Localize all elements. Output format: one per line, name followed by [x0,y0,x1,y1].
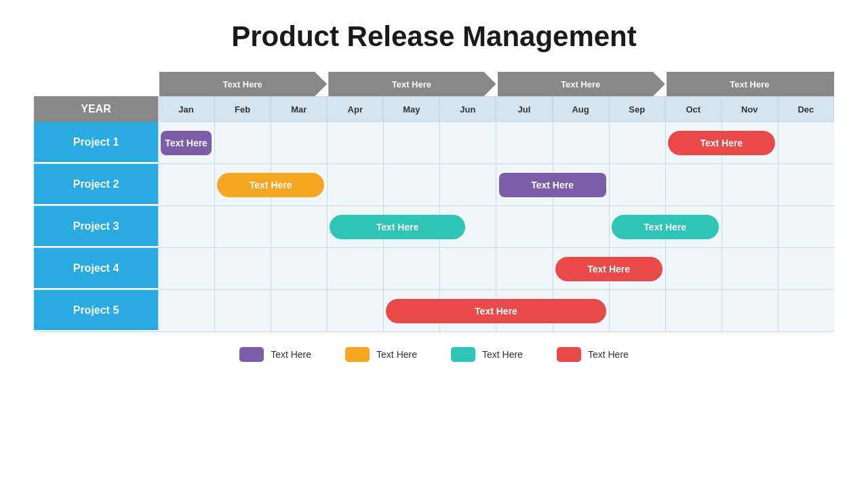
month-nov: Nov [722,96,778,122]
month-jul: Jul [496,96,552,122]
legend-item-purple: Text Here [239,347,311,362]
month-aug: Aug [553,96,609,122]
month-sep: Sep [609,96,665,122]
project-label-2: Project 2 [34,164,158,205]
gantt-bar: Text Here [217,173,324,197]
gantt-container: Text Here Text Here Text Here Text Here … [34,72,834,332]
legend-label-red: Text Here [588,349,629,360]
phase-row: Text Here Text Here Text Here Text Here [158,72,834,96]
legend-item-orange: Text Here [345,347,417,362]
grid-area-3: Text HereText Here [158,206,834,247]
legend-label-purple: Text Here [271,349,311,360]
gantt-bar: Text Here [386,299,606,323]
legend-swatch-purple [239,347,264,362]
gantt-bar: Text Here [612,215,719,239]
phase-cell-4: Text Here [665,72,834,96]
grid-area-5: Text Here [158,290,834,331]
table-row: Project 5 Text Here [34,290,834,332]
project-label-5: Project 5 [34,290,158,331]
month-apr: Apr [327,96,383,122]
table-row: Project 1 Text HereText Here [34,122,834,164]
project-label-1: Project 1 [34,122,158,163]
legend-swatch-red [557,347,581,362]
phase-cell-2: Text Here [327,72,496,96]
month-dec: Dec [778,96,834,122]
legend: Text Here Text Here Text Here Text Here [239,347,629,362]
table-row: Project 4 Text Here [34,248,834,290]
gantt-bar: Text Here [668,131,775,155]
gantt-bar: Text Here [499,173,606,197]
table-row: Project 2 Text HereText Here [34,164,834,206]
legend-swatch-orange [345,347,370,362]
month-jan: Jan [158,96,214,122]
gantt-bar: Text Here [555,257,663,281]
project-label-3: Project 3 [34,206,158,247]
gantt-bar: Text Here [330,215,465,239]
legend-label-orange: Text Here [376,349,417,360]
phase-cell-1: Text Here [158,72,327,96]
year-cell: YEAR [34,96,158,122]
month-mar: Mar [271,96,327,122]
legend-item-red: Text Here [557,347,629,362]
grid-area-2: Text HereText Here [158,164,834,205]
table-row: Project 3 Text HereText Here [34,206,834,248]
month-row: YEAR Jan Feb Mar Apr May Jun Jul Aug Sep… [34,96,834,122]
month-may: May [383,96,439,122]
gantt-bar: Text Here [161,131,212,155]
legend-swatch-teal [451,347,475,362]
legend-label-teal: Text Here [482,349,523,360]
grid-area-4: Text Here [158,248,834,289]
page-wrapper: Product Release Management Text Here Tex… [0,0,868,488]
gantt-body: Project 1 Text HereText Here Project 2 T… [34,122,834,332]
month-feb: Feb [214,96,271,122]
page-title: Product Release Management [231,20,637,53]
phase-cell-3: Text Here [496,72,665,96]
month-jun: Jun [439,96,496,122]
project-label-4: Project 4 [34,248,158,289]
grid-area-1: Text HereText Here [158,122,834,163]
legend-item-teal: Text Here [451,347,523,362]
month-oct: Oct [665,96,722,122]
